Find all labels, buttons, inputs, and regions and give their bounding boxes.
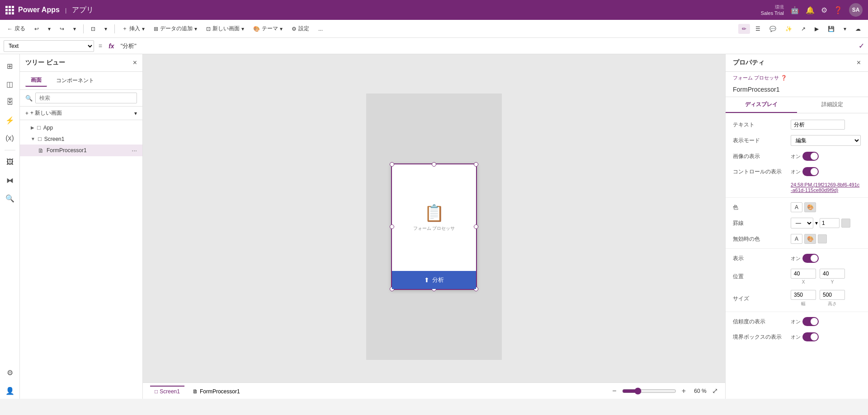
sidebar-icon-info[interactable]: 👤 xyxy=(2,382,18,399)
undo-dropdown-button[interactable]: ▾ xyxy=(44,24,54,34)
redo-dropdown-button[interactable]: ▾ xyxy=(70,24,80,34)
new-screen-button[interactable]: ⊡ 新しい画面 ▾ xyxy=(203,23,248,34)
tree-close-button[interactable]: × xyxy=(133,59,137,67)
avatar[interactable]: SA xyxy=(849,3,863,17)
wrap-button[interactable]: ⊡ xyxy=(87,24,99,34)
tree-new-screen-button[interactable]: + + 新しい画面 ▾ xyxy=(20,107,142,120)
left-sidebar: ⊞ ◫ 🗄 ⚡ (x) 🖼 ⧓ 🔍 ⚙ 👤 xyxy=(0,54,20,399)
toggle-visible[interactable] xyxy=(802,254,819,263)
sidebar-icon-variables[interactable]: (x) xyxy=(2,130,18,146)
add-data-button[interactable]: ⊞ データの追加 ▾ xyxy=(150,23,201,34)
sidebar-icon-search[interactable]: 🔍 xyxy=(2,190,18,206)
prop-input-text[interactable] xyxy=(791,120,845,130)
top-bar-left: Power Apps | アプリ xyxy=(5,5,94,15)
coord-pair-position: X Y xyxy=(791,269,861,284)
screen-tab-formprocessor1[interactable]: 🗎 FormProcessor1 xyxy=(188,386,245,396)
toggle-showimage[interactable] xyxy=(802,152,819,161)
sidebar-icon-connectors[interactable]: ⧓ xyxy=(2,172,18,188)
undo-button[interactable]: ↩ xyxy=(31,24,42,34)
sidebar-icon-data[interactable]: 🗄 xyxy=(2,94,18,110)
prop-value-boundingbox: オン xyxy=(791,332,861,341)
toggle-boundingbox[interactable] xyxy=(802,332,819,341)
disabled-color-picker-button[interactable]: 🎨 xyxy=(804,234,816,244)
prop-select-displaymode[interactable]: 編集 xyxy=(791,135,861,146)
handle-top-middle[interactable] xyxy=(432,162,436,167)
position-x-label: X xyxy=(791,280,816,284)
sidebar-icon-settings-bottom[interactable]: ⚙ xyxy=(2,364,18,381)
play-toolbar-button[interactable]: ▶ xyxy=(811,24,822,34)
format-toolbar-button[interactable]: ☰ xyxy=(752,24,764,34)
formprocessor1-more-icon[interactable]: ··· xyxy=(132,147,137,154)
right-tab-advanced[interactable]: 詳細設定 xyxy=(797,97,868,113)
notification-icon[interactable]: 🔔 xyxy=(806,6,815,14)
right-tabs: ディスプレイ 詳細設定 xyxy=(726,97,868,113)
tree-tab-components[interactable]: コンポーネント xyxy=(51,75,99,87)
zoom-slider[interactable] xyxy=(622,387,676,395)
disabled-color-text-button[interactable]: A xyxy=(791,234,802,244)
border-color-swatch[interactable] xyxy=(841,219,850,228)
help-icon[interactable]: ❓ xyxy=(834,6,843,14)
right-tab-display[interactable]: ディスプレイ xyxy=(726,97,797,113)
tree-item-formprocessor1[interactable]: 🗎 FormProcessor1 ··· xyxy=(20,145,142,156)
new-screen-chevron: ▾ xyxy=(241,26,244,32)
back-button[interactable]: ← 戻る xyxy=(4,23,29,34)
formula-input[interactable] xyxy=(118,41,853,51)
right-panel-close-button[interactable]: × xyxy=(857,59,861,67)
prop-link-value[interactable]: 24;58:PM,(19f21269-8bf6-491c-a61d-115ce8… xyxy=(791,182,861,193)
insert-button[interactable]: ＋ 挿入 ▾ xyxy=(118,23,148,34)
brand-separator: | xyxy=(65,7,66,14)
prop-row-text: テキスト xyxy=(726,117,868,132)
app-grid-icon[interactable] xyxy=(5,6,14,14)
copilot-icon[interactable]: 🤖 xyxy=(790,6,799,14)
color-picker-button[interactable]: 🎨 xyxy=(804,202,816,212)
formula-selector[interactable]: Text xyxy=(4,40,94,52)
theme-button[interactable]: 🎨 テーマ ▾ xyxy=(250,23,286,34)
prop-row-confidence: 信頼度の表示 オン xyxy=(726,314,868,329)
form-processor-bottom-bar[interactable]: ⬆ 分析 xyxy=(392,271,476,289)
canvas-area[interactable]: 📋 フォーム プロセッサ ⬆ 分析 □ Screen1 xyxy=(143,54,725,399)
position-y-input[interactable] xyxy=(820,269,845,279)
tree-item-app[interactable]: ▶ □ App xyxy=(20,122,142,133)
screen-tab-screen1[interactable]: □ Screen1 xyxy=(150,386,184,396)
zoom-out-button[interactable]: − xyxy=(609,386,619,396)
tree-item-screen1[interactable]: ▼ □ Screen1 xyxy=(20,133,142,145)
save-dropdown-button[interactable]: ▾ xyxy=(840,24,850,34)
handle-middle-right[interactable] xyxy=(474,224,478,229)
size-width-input[interactable] xyxy=(791,290,816,300)
prop-border-width-input[interactable] xyxy=(820,218,840,228)
sidebar-icon-components[interactable]: ⚡ xyxy=(2,112,18,128)
position-x-input[interactable] xyxy=(791,269,816,279)
zoom-expand-icon[interactable]: ⤢ xyxy=(712,387,718,395)
wrap-icon: ⊡ xyxy=(91,26,95,32)
sidebar-icon-layers[interactable]: ◫ xyxy=(2,76,18,92)
brand-name: Power Apps xyxy=(18,6,60,14)
pencil-toolbar-button[interactable]: ✏ xyxy=(738,24,750,34)
settings-toolbar-button[interactable]: ⚙ 設定 xyxy=(288,23,313,34)
tree-tab-screens[interactable]: 画面 xyxy=(25,75,47,87)
share-toolbar-button[interactable]: ↗ xyxy=(797,24,809,34)
handle-top-right[interactable] xyxy=(474,162,478,167)
sidebar-icon-home[interactable]: ⊞ xyxy=(2,58,18,74)
prop-border-style-select[interactable]: — xyxy=(791,218,813,228)
settings-icon[interactable]: ⚙ xyxy=(821,6,827,14)
sidebar-icon-media[interactable]: 🖼 xyxy=(2,154,18,170)
more-toolbar-button[interactable]: ... xyxy=(315,24,326,34)
formula-confirm-icon[interactable]: ✓ xyxy=(859,42,864,50)
wrap-dropdown-button[interactable]: ▾ xyxy=(101,24,111,34)
size-height-input[interactable] xyxy=(820,290,845,300)
publish-toolbar-button[interactable]: ☁ xyxy=(852,24,864,34)
prop-label-color: 色 xyxy=(733,204,787,211)
toggle-confidence[interactable] xyxy=(802,317,819,326)
redo-button[interactable]: ↪ xyxy=(56,24,68,34)
toggle-showcontrol[interactable] xyxy=(802,167,819,176)
handle-middle-left[interactable] xyxy=(390,224,394,229)
handle-top-left[interactable] xyxy=(390,162,394,167)
comment-toolbar-button[interactable]: 💬 xyxy=(766,24,780,34)
ai-toolbar-button[interactable]: ✨ xyxy=(782,24,796,34)
save-toolbar-button[interactable]: 💾 xyxy=(824,24,838,34)
coord-pair-size: 幅 高さ xyxy=(791,290,861,307)
disabled-color-swatch[interactable] xyxy=(818,234,827,243)
zoom-in-button[interactable]: + xyxy=(679,386,689,396)
color-text-button[interactable]: A xyxy=(791,202,802,212)
tree-search-input[interactable] xyxy=(35,93,137,103)
